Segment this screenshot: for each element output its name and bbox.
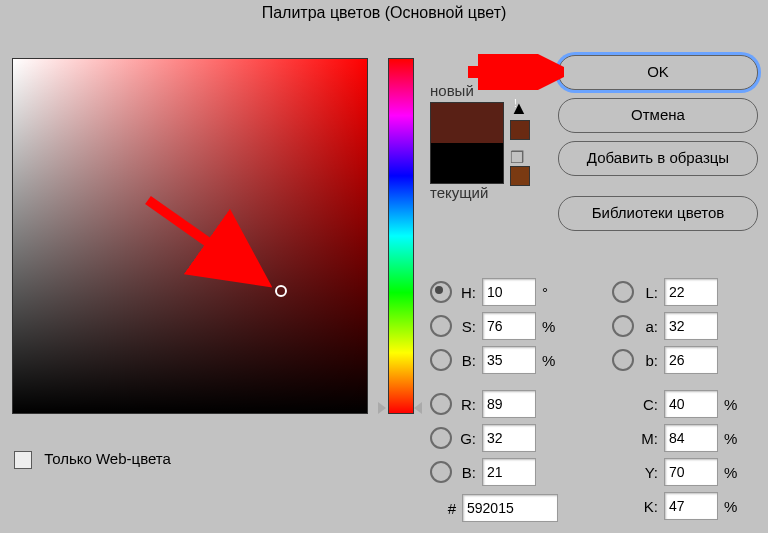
color-field[interactable]	[12, 58, 368, 414]
row-hex: #	[436, 494, 558, 522]
radio-bb[interactable]	[612, 349, 634, 371]
hue-handle-right[interactable]	[414, 402, 422, 414]
hue-handle-left[interactable]	[378, 402, 386, 414]
radio-s[interactable]	[430, 315, 452, 337]
hue-slider[interactable]	[388, 58, 414, 414]
label-m: M:	[638, 430, 658, 447]
add-swatch-button[interactable]: Добавить в образцы	[558, 141, 758, 176]
input-g[interactable]	[482, 424, 536, 452]
radio-L[interactable]	[612, 281, 634, 303]
unit-pct: %	[542, 318, 555, 335]
web-only-checkbox[interactable]	[14, 451, 32, 469]
input-hex[interactable]	[462, 494, 558, 522]
new-color-swatch[interactable]	[431, 103, 503, 143]
current-color-swatch[interactable]	[431, 143, 503, 183]
radio-h[interactable]	[430, 281, 452, 303]
input-bb[interactable]	[664, 346, 718, 374]
input-k[interactable]	[664, 492, 718, 520]
input-b2[interactable]	[482, 458, 536, 486]
gamut-warning-icon[interactable]: ▲	[510, 98, 528, 119]
label-a: a:	[638, 318, 658, 335]
ok-button[interactable]: OK	[558, 55, 758, 90]
unit-pct5: %	[724, 464, 737, 481]
radio-b2[interactable]	[430, 461, 452, 483]
radio-b[interactable]	[430, 349, 452, 371]
gamut-warning-swatch[interactable]	[510, 120, 530, 140]
color-field-cursor	[275, 285, 287, 297]
radio-r[interactable]	[430, 393, 452, 415]
radio-g[interactable]	[430, 427, 452, 449]
web-safe-swatch[interactable]	[510, 166, 530, 186]
label-h: H:	[456, 284, 476, 301]
window-title: Палитра цветов (Основной цвет)	[0, 4, 768, 22]
row-a: a:	[612, 312, 718, 340]
input-h[interactable]	[482, 278, 536, 306]
gamut-warning-exclaim: !	[514, 98, 517, 109]
input-c[interactable]	[664, 390, 718, 418]
new-color-label: новый	[430, 82, 474, 99]
web-only-label: Только Web-цвета	[44, 450, 171, 467]
label-c: C:	[638, 396, 658, 413]
annotation-arrow-ok	[464, 54, 564, 90]
row-s: S: %	[430, 312, 555, 340]
row-L: L:	[612, 278, 718, 306]
row-c: C: %	[634, 390, 737, 418]
input-s[interactable]	[482, 312, 536, 340]
row-m: M: %	[634, 424, 737, 452]
label-L: L:	[638, 284, 658, 301]
row-b2: B:	[430, 458, 536, 486]
web-only-checkbox-row: Только Web-цвета	[14, 450, 171, 469]
input-L[interactable]	[664, 278, 718, 306]
unit-degree: °	[542, 284, 548, 301]
row-bb: b:	[612, 346, 718, 374]
unit-pct2: %	[542, 352, 555, 369]
label-hash: #	[440, 500, 456, 517]
label-r: R:	[456, 396, 476, 413]
row-g: G:	[430, 424, 536, 452]
label-bb: b:	[638, 352, 658, 369]
label-b: B:	[456, 352, 476, 369]
unit-pct6: %	[724, 498, 737, 515]
web-safe-icon[interactable]: ❒	[510, 148, 524, 167]
label-y: Y:	[638, 464, 658, 481]
input-m[interactable]	[664, 424, 718, 452]
label-g: G:	[456, 430, 476, 447]
row-b: B: %	[430, 346, 555, 374]
input-y[interactable]	[664, 458, 718, 486]
label-b2: B:	[456, 464, 476, 481]
color-libraries-button[interactable]: Библиотеки цветов	[558, 196, 758, 231]
unit-pct3: %	[724, 396, 737, 413]
row-h: H: °	[430, 278, 548, 306]
unit-pct4: %	[724, 430, 737, 447]
row-y: Y: %	[634, 458, 737, 486]
input-a[interactable]	[664, 312, 718, 340]
label-k: K:	[638, 498, 658, 515]
row-k: K: %	[634, 492, 737, 520]
input-r[interactable]	[482, 390, 536, 418]
cancel-button[interactable]: Отмена	[558, 98, 758, 133]
radio-a[interactable]	[612, 315, 634, 337]
current-color-label: текущий	[430, 184, 488, 201]
label-s: S:	[456, 318, 476, 335]
input-b[interactable]	[482, 346, 536, 374]
row-r: R:	[430, 390, 536, 418]
color-swatch-box	[430, 102, 504, 184]
